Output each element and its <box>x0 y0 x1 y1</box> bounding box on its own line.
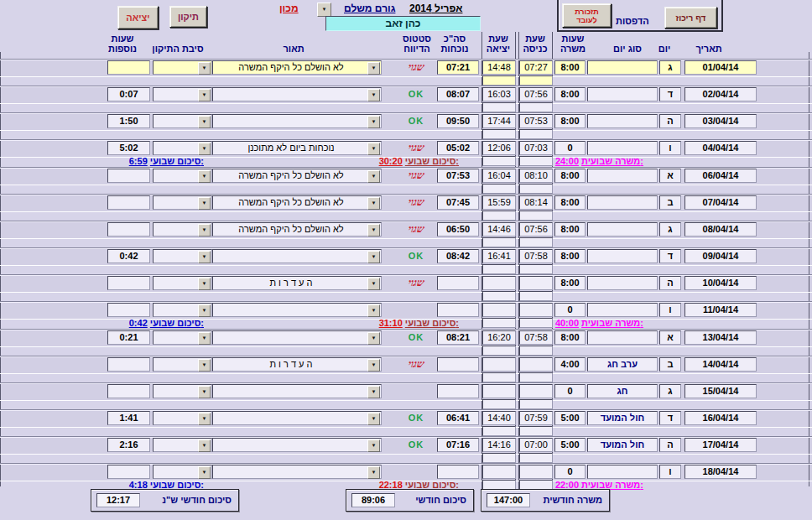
entry-time-extra-field[interactable] <box>519 211 553 221</box>
exit-time-extra-field[interactable] <box>482 237 516 247</box>
chevron-down-icon[interactable]: ▼ <box>198 332 211 345</box>
exit-time-field[interactable] <box>482 276 516 290</box>
entry-time-extra-field[interactable] <box>519 75 553 86</box>
exit-time-field[interactable] <box>482 303 516 317</box>
entry-time-extra-field[interactable] <box>519 237 553 247</box>
correction-reason-combo[interactable]: ▼ <box>153 438 212 452</box>
chevron-down-icon[interactable]: ▼ <box>367 413 380 425</box>
payer-selected-value[interactable]: מכון <box>279 3 299 14</box>
chevron-down-icon[interactable]: ▼ <box>198 143 211 155</box>
exit-time-field[interactable] <box>482 465 516 479</box>
entry-time-field[interactable] <box>519 276 553 290</box>
exit-time-extra-field[interactable] <box>482 372 516 382</box>
entry-time-extra-field[interactable] <box>519 399 553 409</box>
chevron-down-icon[interactable]: ▼ <box>367 62 380 75</box>
chevron-down-icon[interactable]: ▼ <box>367 170 380 183</box>
entry-time-field[interactable]: 08:14 <box>519 195 553 210</box>
chevron-down-icon[interactable]: ▼ <box>198 304 211 317</box>
entry-time-field[interactable]: 07:03 <box>519 141 553 155</box>
description-combo[interactable]: ▼ <box>212 114 382 128</box>
exit-time-field[interactable]: 17:44 <box>482 114 516 128</box>
entry-time-field[interactable]: 07:58 <box>519 330 553 345</box>
chevron-down-icon[interactable]: ▼ <box>367 332 380 345</box>
chevron-down-icon[interactable]: ▼ <box>367 386 380 398</box>
correction-reason-combo[interactable]: ▼ <box>153 169 212 183</box>
description-combo[interactable]: ▼ <box>212 87 382 101</box>
exit-time-extra-field[interactable] <box>482 211 516 221</box>
correction-reason-combo[interactable]: ▼ <box>153 87 212 101</box>
chevron-down-icon[interactable]: ▼ <box>198 278 211 290</box>
entry-time-field[interactable]: 07:56 <box>519 87 553 101</box>
entry-time-field[interactable]: 07:58 <box>519 249 553 263</box>
summary-page-button[interactable]: דף ריכוז <box>664 7 717 29</box>
entry-time-field[interactable]: 07:59 <box>519 411 553 425</box>
description-combo[interactable]: ▼ <box>212 438 382 452</box>
description-combo[interactable]: נוכחות ביום לא מתוכנן ▼ <box>212 141 382 155</box>
entry-time-extra-field[interactable] <box>519 184 553 194</box>
fix-button[interactable]: תיקון <box>169 6 207 28</box>
description-combo[interactable]: לא הושלם כל היקף המשרה ▼ <box>212 60 382 75</box>
correction-reason-combo[interactable]: ▼ <box>153 384 212 398</box>
exit-time-field[interactable]: 16:04 <box>482 169 516 183</box>
description-combo[interactable]: ▼ <box>212 384 382 398</box>
chevron-down-icon[interactable]: ▼ <box>198 251 211 263</box>
exit-time-field[interactable]: 14:48 <box>482 60 516 75</box>
entry-time-field[interactable] <box>519 384 553 398</box>
correction-reason-combo[interactable]: ▼ <box>153 114 212 128</box>
weekly-overtime-summary[interactable]: 6:59 סיכום שבועי: <box>95 156 204 167</box>
chevron-down-icon[interactable]: ▼ <box>367 197 380 210</box>
correction-reason-combo[interactable]: ▼ <box>153 222 212 237</box>
entry-time-extra-field[interactable] <box>519 426 553 436</box>
entry-time-field[interactable] <box>519 357 553 372</box>
chevron-down-icon[interactable]: ▼ <box>198 197 211 210</box>
exit-time-extra-field[interactable] <box>482 453 516 463</box>
chevron-down-icon[interactable]: ▼ <box>198 439 211 452</box>
entry-time-extra-field[interactable] <box>519 291 553 301</box>
description-combo[interactable]: לא הושלם כל היקף המשרה ▼ <box>212 222 382 237</box>
chevron-down-icon[interactable]: ▼ <box>367 466 380 479</box>
exit-time-field[interactable]: 14:16 <box>482 438 516 452</box>
correction-reason-combo[interactable]: ▼ <box>153 330 212 345</box>
entry-time-field[interactable]: 08:10 <box>519 169 553 183</box>
chevron-down-icon[interactable]: ▼ <box>367 224 380 237</box>
correction-reason-combo[interactable]: ▼ <box>153 249 212 263</box>
exit-time-extra-field[interactable] <box>482 184 516 194</box>
description-combo[interactable]: ▼ <box>212 330 382 345</box>
correction-reason-combo[interactable]: ▼ <box>153 276 212 290</box>
exit-time-extra-field[interactable] <box>482 399 516 409</box>
correction-reason-combo[interactable]: ▼ <box>153 141 212 155</box>
entry-time-field[interactable]: 07:56 <box>519 222 553 237</box>
exit-time-extra-field[interactable] <box>482 102 516 112</box>
exit-time-field[interactable]: 14:40 <box>482 411 516 425</box>
correction-reason-combo[interactable]: ▼ <box>153 411 212 425</box>
chevron-down-icon[interactable]: ▼ <box>198 224 211 237</box>
description-combo[interactable]: ▼ <box>212 411 382 425</box>
entry-time-field[interactable]: 07:53 <box>519 114 553 128</box>
entry-time-extra-field[interactable] <box>519 102 553 112</box>
chevron-down-icon[interactable]: ▼ <box>198 386 211 398</box>
chevron-down-icon[interactable]: ▼ <box>198 170 211 183</box>
chevron-down-icon[interactable]: ▼ <box>198 413 211 425</box>
correction-reason-combo[interactable]: ▼ <box>153 357 212 372</box>
chevron-down-icon[interactable]: ▼ <box>198 359 211 372</box>
weekly-overtime-summary[interactable]: 0:42 סיכום שבועי: <box>95 318 204 329</box>
description-combo[interactable]: ▼ <box>212 249 382 263</box>
correction-reason-combo[interactable]: ▼ <box>153 195 212 210</box>
exit-time-field[interactable] <box>482 357 516 372</box>
chevron-down-icon[interactable]: ▼ <box>367 143 380 155</box>
exit-time-extra-field[interactable] <box>482 75 516 86</box>
description-combo[interactable]: לא הושלם כל היקף המשרה ▼ <box>212 195 382 210</box>
exit-time-field[interactable] <box>482 384 516 398</box>
description-combo[interactable]: ה ע ד ר ו ת ▼ <box>212 357 382 372</box>
exit-time-extra-field[interactable] <box>482 129 516 139</box>
chevron-down-icon[interactable]: ▼ <box>317 3 331 17</box>
chevron-down-icon[interactable]: ▼ <box>198 466 211 479</box>
entry-time-field[interactable] <box>519 465 553 479</box>
exit-time-field[interactable]: 16:41 <box>482 249 516 263</box>
exit-time-field[interactable]: 14:46 <box>482 222 516 237</box>
prints-label[interactable]: הדפסות <box>616 16 649 26</box>
description-combo[interactable]: ה ע ד ר ו ת ▼ <box>212 276 382 290</box>
description-combo[interactable]: ▼ <box>212 303 382 317</box>
description-combo[interactable]: לא הושלם כל היקף המשרה ▼ <box>212 169 382 183</box>
entry-time-field[interactable]: 07:00 <box>519 438 553 452</box>
